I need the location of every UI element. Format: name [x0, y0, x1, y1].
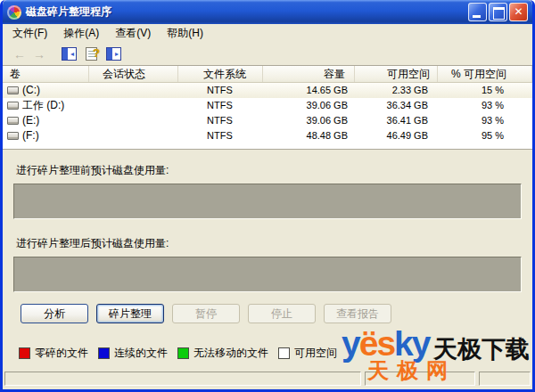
file-system: NTFS	[178, 98, 263, 113]
session-status	[89, 98, 178, 113]
drive-icon	[7, 117, 19, 125]
legend-fragmented: 零碎的文件	[19, 346, 88, 361]
fragmented-color-swatch	[19, 347, 30, 359]
analyze-button[interactable]: 分析	[21, 304, 88, 323]
percent-free: 95 %	[438, 128, 532, 143]
legend-contiguous: 连续的文件	[98, 346, 168, 361]
session-status	[89, 83, 178, 98]
percent-free: 93 %	[438, 113, 532, 128]
menu-file[interactable]: 文件(F)	[4, 24, 55, 43]
file-system: NTFS	[178, 113, 263, 128]
back-icon[interactable]: ←	[10, 47, 29, 61]
legend-label: 可用空间	[294, 346, 337, 361]
volume-name: 工作 (D:)	[22, 98, 64, 113]
usage-before-panel	[13, 184, 522, 219]
free-space-color-swatch	[278, 347, 290, 359]
capacity: 39.06 GB	[263, 98, 355, 113]
drive-icon	[7, 86, 19, 94]
legend-free-space: 可用空间	[278, 346, 337, 361]
percent-free: 93 %	[438, 98, 532, 113]
column-header-free-space[interactable]: 可用空间	[355, 66, 438, 82]
view-report-button[interactable]: 查看报告	[324, 304, 391, 323]
volume-row-e[interactable]: (E:) NTFS 39.06 GB 36.41 GB 93 %	[3, 113, 532, 128]
maximize-button[interactable]	[489, 3, 507, 21]
menu-action[interactable]: 操作(A)	[55, 24, 107, 43]
volume-row-d[interactable]: 工作 (D:) NTFS 39.06 GB 36.34 GB 93 %	[3, 98, 532, 113]
column-header-percent-free[interactable]: % 可用空间	[438, 66, 532, 82]
drive-icon	[7, 132, 19, 140]
free-space: 36.41 GB	[355, 113, 438, 128]
stop-button[interactable]: 停止	[248, 304, 316, 323]
volume-name: (E:)	[22, 113, 39, 128]
minimize-button[interactable]	[468, 3, 487, 21]
usage-after-label: 进行碎片整理后预计磁盘使用量:	[16, 236, 532, 251]
action-pane-arrow: ▸	[115, 49, 119, 59]
volume-name: (F:)	[22, 128, 39, 143]
console-tree-icon[interactable]: ◂	[62, 47, 77, 61]
legend: 零碎的文件 连续的文件 无法移动的文件 可用空间	[19, 346, 532, 361]
volume-list-header: 卷 会话状态 文件系统 容量 可用空间 % 可用空间	[3, 66, 532, 83]
menu-view[interactable]: 查看(V)	[107, 24, 159, 43]
defrag-app-icon	[7, 5, 21, 20]
console-tree-arrow: ◂	[70, 49, 74, 59]
legend-label: 连续的文件	[114, 346, 168, 361]
titlebar: 磁盘碎片整理程序	[3, 0, 532, 24]
menubar: 文件(F) 操作(A) 查看(V) 帮助(H)	[3, 24, 532, 43]
capacity: 39.06 GB	[263, 113, 355, 128]
help-doc-icon[interactable]	[86, 47, 97, 61]
free-space: 46.49 GB	[355, 128, 438, 143]
statusbar-section	[4, 372, 361, 386]
volume-row-f[interactable]: (F:) NTFS 48.48 GB 46.49 GB 95 %	[3, 128, 532, 143]
unmovable-color-swatch	[177, 347, 189, 359]
legend-unmovable: 无法移动的文件	[177, 346, 268, 361]
free-space: 2.33 GB	[355, 83, 438, 98]
statusbar-section	[365, 372, 475, 386]
console-tree-pane	[62, 48, 68, 60]
volume-list: 卷 会话状态 文件系统 容量 可用空间 % 可用空间 (C:) NTFS 14.…	[3, 66, 532, 150]
drive-icon	[7, 102, 19, 110]
contiguous-color-swatch	[98, 347, 110, 359]
action-button-row: 分析 碎片整理 暂停 停止 查看报告	[21, 304, 532, 323]
file-system: NTFS	[178, 83, 263, 98]
legend-label: 零碎的文件	[35, 346, 88, 361]
file-system: NTFS	[178, 128, 263, 143]
column-header-session-status[interactable]: 会话状态	[89, 66, 178, 82]
volume-name: (C:)	[22, 83, 40, 98]
legend-label: 无法移动的文件	[193, 346, 268, 361]
statusbar-section	[479, 372, 531, 386]
close-button[interactable]	[509, 3, 528, 21]
action-pane-fill	[107, 48, 112, 60]
usage-after-panel	[13, 257, 522, 292]
toolbar: ← → ◂ ▸	[3, 43, 532, 66]
free-space: 36.34 GB	[355, 98, 438, 113]
forward-icon[interactable]: →	[29, 47, 49, 61]
percent-free: 15 %	[438, 83, 532, 98]
action-pane-icon[interactable]: ▸	[106, 47, 121, 61]
session-status	[89, 128, 178, 143]
window-title: 磁盘碎片整理程序	[26, 4, 466, 20]
capacity: 48.48 GB	[263, 128, 355, 143]
column-header-capacity[interactable]: 容量	[263, 66, 355, 82]
disk-defragmenter-window: 磁盘碎片整理程序 文件(F) 操作(A) 查看(V) 帮助(H) ← → ◂ ▸…	[0, 0, 535, 392]
column-header-file-system[interactable]: 文件系统	[178, 66, 263, 82]
usage-before-label: 进行碎片整理前预计磁盘使用量:	[16, 163, 532, 178]
statusbar	[4, 372, 531, 386]
session-status	[89, 113, 178, 128]
defragment-button[interactable]: 碎片整理	[96, 304, 164, 323]
capacity: 14.65 GB	[263, 83, 355, 98]
menu-help[interactable]: 帮助(H)	[159, 24, 211, 43]
column-header-volume[interactable]: 卷	[3, 66, 89, 82]
pause-button[interactable]: 暂停	[172, 304, 240, 323]
volume-row-c[interactable]: (C:) NTFS 14.65 GB 2.33 GB 15 %	[3, 83, 532, 98]
